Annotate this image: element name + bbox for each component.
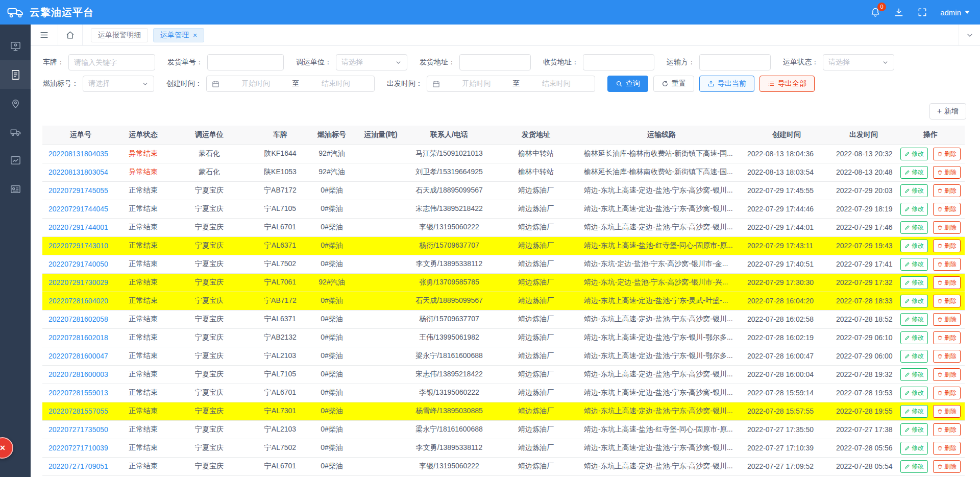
delete-button[interactable]: 删除 bbox=[933, 258, 961, 271]
created-cell: 2022-07-29 17:44:01 bbox=[742, 218, 831, 236]
waybill-link[interactable]: 202207291743010 bbox=[48, 242, 108, 250]
edit-button[interactable]: 修改 bbox=[900, 313, 928, 326]
tab-options-button[interactable] bbox=[959, 25, 980, 46]
edit-button[interactable]: 修改 bbox=[900, 203, 928, 216]
address-cell: 靖边炼油厂 bbox=[491, 402, 581, 420]
waybill-link[interactable]: 202207281559013 bbox=[48, 389, 108, 397]
waybill-link[interactable]: 202207271710039 bbox=[48, 444, 108, 452]
delete-button[interactable]: 删除 bbox=[933, 423, 961, 436]
edit-button[interactable]: 修改 bbox=[900, 221, 928, 234]
fuel-select[interactable]: 请选择 bbox=[83, 76, 154, 92]
edit-button[interactable]: 修改 bbox=[900, 350, 928, 363]
delete-button[interactable]: 删除 bbox=[933, 460, 961, 473]
ship-addr-input[interactable] bbox=[459, 54, 531, 70]
waybill-link[interactable]: 202207281600047 bbox=[48, 352, 108, 360]
edit-button[interactable]: 修改 bbox=[900, 368, 928, 381]
export-all-button[interactable]: 导出全部 bbox=[760, 76, 815, 92]
transporter-input[interactable] bbox=[699, 54, 771, 70]
waybill-link[interactable]: 202207271709051 bbox=[48, 462, 108, 470]
delete-button[interactable]: 删除 bbox=[933, 276, 961, 289]
edit-button[interactable]: 修改 bbox=[900, 295, 928, 307]
add-button[interactable]: + 新增 bbox=[929, 103, 966, 120]
tab-close-icon[interactable]: × bbox=[193, 32, 197, 39]
delete-button[interactable]: 删除 bbox=[933, 387, 961, 399]
fuel-cell: 0#柴油 bbox=[309, 384, 354, 402]
edit-button[interactable]: 修改 bbox=[900, 258, 928, 271]
waybill-link[interactable]: 202208131804035 bbox=[48, 150, 108, 158]
delete-button[interactable]: 删除 bbox=[933, 313, 961, 326]
edit-button[interactable]: 修改 bbox=[900, 387, 928, 399]
edit-button[interactable]: 修改 bbox=[900, 423, 928, 436]
waybill-link[interactable]: 202207281557055 bbox=[48, 407, 108, 415]
create-time-range[interactable]: 开始时间 至 结束时间 bbox=[206, 76, 375, 92]
plate-input[interactable] bbox=[68, 54, 155, 70]
edit-button[interactable]: 修改 bbox=[900, 405, 928, 418]
recv-addr-input[interactable] bbox=[583, 54, 654, 70]
edit-button[interactable]: 修改 bbox=[900, 331, 928, 344]
notification-button[interactable]: 0 bbox=[870, 7, 881, 18]
delete-button[interactable]: 删除 bbox=[933, 148, 961, 160]
contact-cell: 李文勇/13895338112 bbox=[407, 255, 491, 273]
delete-button[interactable]: 删除 bbox=[933, 331, 961, 344]
edit-button[interactable]: 修改 bbox=[900, 148, 928, 160]
dispatch-select[interactable]: 请选择 bbox=[336, 54, 407, 70]
edit-icon bbox=[904, 464, 910, 469]
status-select[interactable]: 请选择 bbox=[823, 54, 894, 70]
ship-no-label: 发货单号： bbox=[167, 58, 203, 67]
edit-button[interactable]: 修改 bbox=[900, 276, 928, 289]
waybill-link[interactable]: 202208131803054 bbox=[48, 168, 108, 176]
status-text: 正常结束 bbox=[129, 186, 158, 194]
waybill-link[interactable]: 202207281602018 bbox=[48, 333, 108, 342]
waybill-link[interactable]: 202207291744045 bbox=[48, 205, 108, 213]
edit-button[interactable]: 修改 bbox=[900, 184, 928, 197]
waybill-link[interactable]: 202207281604020 bbox=[48, 297, 108, 305]
sidebar-item-location[interactable] bbox=[0, 89, 31, 117]
waybill-link[interactable]: 202207271735050 bbox=[48, 425, 108, 434]
delete-button[interactable]: 删除 bbox=[933, 350, 961, 363]
delete-button[interactable]: 删除 bbox=[933, 368, 961, 381]
chevron-down-icon bbox=[882, 59, 889, 66]
depart-time-range[interactable]: 开始时间 至 结束时间 bbox=[427, 76, 595, 92]
address-cell: 靖边炼油厂 bbox=[491, 181, 581, 200]
tab-waybill-alarm[interactable]: 运单报警明细 bbox=[91, 28, 148, 42]
delete-button[interactable]: 删除 bbox=[933, 295, 961, 307]
waybill-link[interactable]: 202207281602058 bbox=[48, 315, 108, 323]
user-menu[interactable]: admin bbox=[940, 8, 970, 17]
menu-fold-button[interactable] bbox=[31, 25, 58, 46]
home-button[interactable] bbox=[58, 25, 83, 46]
edit-button[interactable]: 修改 bbox=[900, 166, 928, 179]
fullscreen-button[interactable] bbox=[917, 7, 928, 18]
waybill-link[interactable]: 202207291740050 bbox=[48, 260, 108, 268]
sidebar-item-vehicle[interactable] bbox=[0, 117, 31, 146]
ship-no-input[interactable] bbox=[207, 54, 284, 70]
delete-button[interactable]: 删除 bbox=[933, 166, 961, 179]
volume-cell bbox=[354, 439, 407, 457]
tab-waybill-manage[interactable]: 运单管理 × bbox=[153, 28, 204, 42]
delete-button[interactable]: 删除 bbox=[933, 221, 961, 234]
edit-button[interactable]: 修改 bbox=[900, 460, 928, 473]
delete-button[interactable]: 删除 bbox=[933, 184, 961, 197]
download-button[interactable] bbox=[893, 7, 904, 18]
delete-button[interactable]: 删除 bbox=[933, 203, 961, 216]
edit-button[interactable]: 修改 bbox=[900, 442, 928, 455]
waybill-link[interactable]: 202207281600003 bbox=[48, 370, 108, 378]
waybill-link[interactable]: 202207291745055 bbox=[48, 186, 108, 195]
sidebar-item-monitor[interactable] bbox=[0, 32, 31, 60]
waybill-link[interactable]: 202207291730029 bbox=[48, 278, 108, 287]
sidebar-item-card[interactable] bbox=[0, 175, 31, 203]
create-time-label: 创建时间： bbox=[166, 79, 202, 88]
edit-button[interactable]: 修改 bbox=[900, 240, 928, 252]
departed-cell: 2022-07-29 17:32 bbox=[831, 273, 896, 292]
search-button[interactable]: 查询 bbox=[607, 76, 648, 92]
delete-button[interactable]: 删除 bbox=[933, 405, 961, 418]
waybill-icon bbox=[10, 69, 21, 81]
reset-button[interactable]: 重置 bbox=[653, 76, 694, 92]
delete-button[interactable]: 删除 bbox=[933, 240, 961, 252]
ship-addr-label: 发货地址： bbox=[420, 58, 455, 67]
contact-cell: 宋志伟/13895218422 bbox=[407, 200, 491, 218]
sidebar-item-chart[interactable] bbox=[0, 146, 31, 175]
export-current-button[interactable]: 导出当前 bbox=[699, 76, 754, 92]
sidebar-item-waybill[interactable] bbox=[0, 60, 31, 89]
delete-button[interactable]: 删除 bbox=[933, 442, 961, 455]
waybill-link[interactable]: 202207291744001 bbox=[48, 223, 108, 231]
